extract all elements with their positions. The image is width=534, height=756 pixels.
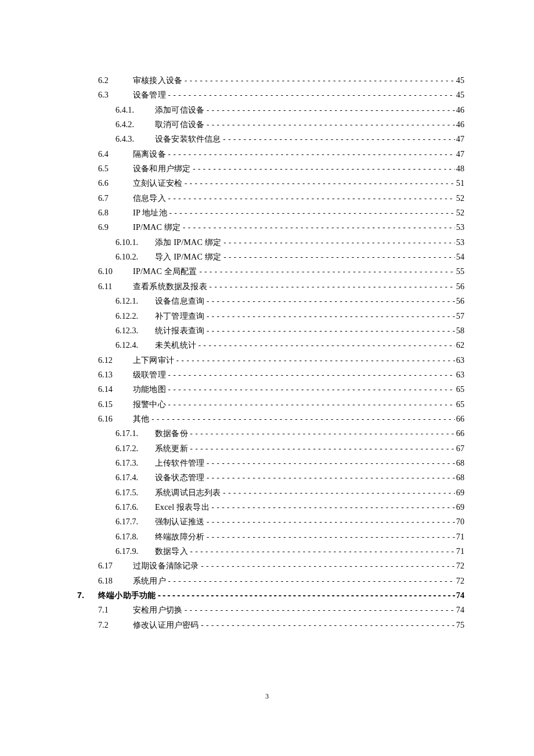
toc-page: 63 (455, 368, 464, 381)
toc-title: 上传软件管理 (155, 456, 204, 470)
toc-title: 报警中心 (133, 397, 166, 411)
toc-entry: 6.6立刻认证安检51 (77, 176, 464, 190)
toc-page: 71 (455, 544, 464, 558)
toc-number: 6.5 (98, 161, 133, 175)
toc-page: 72 (455, 574, 464, 588)
toc-page: 74 (455, 603, 464, 617)
toc-number: 6.4.3. (116, 132, 155, 146)
toc-number: 6.10 (98, 264, 133, 278)
toc-title: 隔离设备 (133, 147, 166, 161)
toc-entry: 6.12.2.补丁管理查询57 (77, 309, 464, 323)
toc-entry: 6.4隔离设备47 (77, 147, 464, 161)
toc-leader (204, 103, 455, 117)
toc-number: 6.3 (98, 88, 133, 102)
toc-page: 66 (455, 426, 464, 440)
toc-page: 56 (455, 294, 464, 308)
toc-leader (204, 456, 455, 470)
toc-page: 65 (455, 397, 464, 411)
toc-entry: 6.12.3.统计报表查询58 (77, 323, 464, 338)
toc-title: 设备和用户绑定 (133, 161, 190, 175)
toc-number: 6.17.7. (116, 514, 155, 528)
toc-entry: 6.8IP 地址池52 (77, 206, 464, 220)
toc-title: 导入 IP/MAC 绑定 (155, 250, 221, 264)
toc-page: 70 (455, 514, 464, 528)
toc-entry: 6.11查看系统数据及报表56 (77, 279, 464, 294)
toc-entry: 6.12.4.未关机统计62 (77, 338, 464, 352)
toc-entry: 6.17.8.终端故障分析71 (77, 530, 464, 544)
toc-leader (167, 206, 455, 220)
toc-page: 68 (455, 470, 464, 484)
toc-entry: 6.17.1.数据备份66 (77, 426, 464, 441)
toc-number: 6.4 (98, 147, 133, 161)
toc-entry: 6.4.3.设备安装软件信息47 (77, 132, 464, 146)
toc-leader (199, 618, 455, 632)
toc-title: 级联管理 (133, 368, 166, 381)
toc-page: 58 (455, 323, 464, 337)
toc-title: 查看系统数据及报表 (133, 279, 207, 293)
toc-page: 66 (455, 412, 464, 426)
toc-title: 修改认证用户密码 (133, 618, 199, 632)
toc-leader (166, 368, 455, 382)
toc-entry: 6.2审核接入设备45 (77, 73, 464, 88)
toc-title: 审核接入设备 (133, 73, 182, 87)
toc-title: 未关机统计 (155, 338, 196, 352)
toc-title: 立刻认证安检 (133, 176, 182, 190)
toc-page: 47 (455, 132, 464, 146)
toc-title: 过期设备清除记录 (133, 559, 199, 573)
toc-number: 6.15 (98, 397, 133, 411)
toc-leader (204, 118, 455, 132)
toc-leader (188, 442, 455, 456)
toc-leader (221, 236, 454, 250)
toc-number: 6.17.4. (116, 470, 155, 484)
toc-leader (221, 250, 454, 264)
toc-title: 终端小助手功能 (98, 588, 156, 602)
toc-leader (196, 339, 455, 352)
toc-leader (166, 88, 455, 102)
toc-number: 6.9 (98, 220, 133, 234)
toc-entry: 6.17.9.数据导入71 (77, 544, 464, 559)
toc-title: IP/MAC 绑定 (133, 220, 181, 234)
toc-title: 取消可信设备 (155, 117, 204, 131)
toc-title: 信息导入 (133, 191, 166, 205)
toc-number: 6.12 (98, 353, 133, 367)
toc-page: 68 (455, 456, 464, 470)
toc-number: 6.12.2. (116, 309, 155, 323)
toc-number: 6.7 (98, 191, 133, 205)
toc-page: 47 (455, 147, 464, 161)
toc-title: 功能地图 (133, 382, 166, 396)
toc-number: 6.4.2. (116, 117, 155, 131)
toc-number: 7.2 (98, 618, 133, 632)
toc-title: 设备管理 (133, 88, 166, 102)
toc-number: 6.12.3. (116, 323, 155, 337)
toc-page: 75 (455, 618, 464, 632)
toc-entry: 6.7信息导入52 (77, 191, 464, 206)
toc-number: 6.17.3. (116, 456, 155, 470)
toc-page: 52 (455, 206, 464, 219)
toc-title: 设备安装软件信息 (155, 132, 221, 146)
toc-title: IP 地址池 (133, 206, 167, 219)
toc-number: 6.17.9. (116, 544, 155, 558)
toc-leader (182, 177, 455, 190)
toc-number: 6.13 (98, 368, 133, 381)
toc-number: 6.8 (98, 206, 133, 219)
toc-leader (182, 74, 455, 88)
toc-title: 数据备份 (155, 426, 188, 440)
toc-page: 51 (455, 176, 464, 190)
toc-entry: 6.17.7.强制认证推送70 (77, 514, 464, 529)
toc-number: 6.11 (98, 279, 133, 293)
toc-title: 终端故障分析 (155, 530, 204, 543)
toc-number: 6.4.1. (116, 103, 155, 117)
toc-entry: 6.3设备管理45 (77, 88, 464, 102)
toc-title: IP/MAC 全局配置 (133, 264, 197, 278)
toc-leader (166, 383, 455, 397)
toc-page: 55 (455, 264, 464, 278)
toc-page: 69 (455, 500, 464, 514)
toc-leader (204, 530, 455, 544)
toc-leader (207, 280, 455, 294)
toc-title: 系统用户 (133, 574, 166, 588)
toc-page: 72 (455, 559, 464, 573)
toc-leader (221, 486, 455, 500)
toc-title: 系统更新 (155, 441, 188, 455)
toc-number: 6.6 (98, 176, 133, 190)
toc-entry: 6.9IP/MAC 绑定53 (77, 220, 464, 235)
